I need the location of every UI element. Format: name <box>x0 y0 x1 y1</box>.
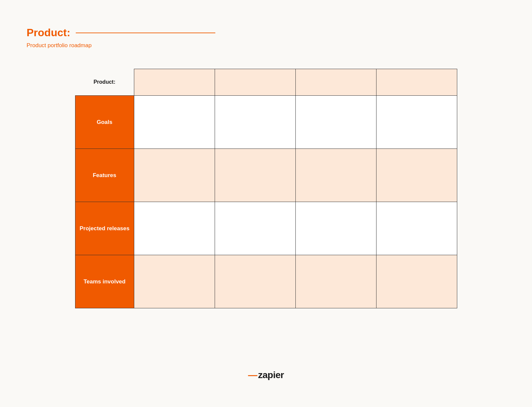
zapier-dash-icon: — <box>248 370 258 380</box>
teams-involved-label: Teams involved <box>75 255 134 308</box>
features-col-3[interactable] <box>295 149 376 202</box>
page-title: Product: <box>27 27 505 39</box>
goals-col-1[interactable] <box>134 96 215 149</box>
product-label: Product: <box>75 79 134 85</box>
features-label: Features <box>75 149 134 202</box>
goals-label: Goals <box>75 96 134 149</box>
goals-col-4[interactable] <box>376 96 457 149</box>
features-col-4[interactable] <box>376 149 457 202</box>
goals-col-2[interactable] <box>215 96 295 149</box>
teams-col-4[interactable] <box>376 255 457 308</box>
page-container: Product: Product portfolio roadmap Produ… <box>0 0 532 407</box>
table-row: Projected releases <box>75 202 457 255</box>
header-col-2[interactable] <box>215 69 295 96</box>
teams-col-2[interactable] <box>215 255 295 308</box>
table-header-row: Product: <box>75 69 457 96</box>
table-row: Features <box>75 149 457 202</box>
header-col-3[interactable] <box>295 69 376 96</box>
roadmap-table: Product: Goals <box>75 69 457 308</box>
title-underline <box>76 33 215 33</box>
header-col-1[interactable] <box>134 69 215 96</box>
table-row: Teams involved <box>75 255 457 308</box>
zapier-logo-text: zapier <box>258 370 284 380</box>
teams-col-3[interactable] <box>295 255 376 308</box>
projected-col-3[interactable] <box>295 202 376 255</box>
footer: — zapier <box>27 356 505 387</box>
zapier-logo: — zapier <box>248 370 284 380</box>
header-label-cell: Product: <box>75 69 134 96</box>
features-col-1[interactable] <box>134 149 215 202</box>
goals-col-3[interactable] <box>295 96 376 149</box>
features-col-2[interactable] <box>215 149 295 202</box>
projected-releases-label: Projected releases <box>75 202 134 255</box>
projected-col-1[interactable] <box>134 202 215 255</box>
projected-col-4[interactable] <box>376 202 457 255</box>
table-wrapper: Product: Goals <box>27 69 505 356</box>
header-section: Product: Product portfolio roadmap <box>27 27 505 49</box>
title-text: Product: <box>27 27 70 39</box>
teams-col-1[interactable] <box>134 255 215 308</box>
projected-col-2[interactable] <box>215 202 295 255</box>
header-col-4[interactable] <box>376 69 457 96</box>
table-row: Goals <box>75 96 457 149</box>
page-subtitle: Product portfolio roadmap <box>27 42 505 49</box>
